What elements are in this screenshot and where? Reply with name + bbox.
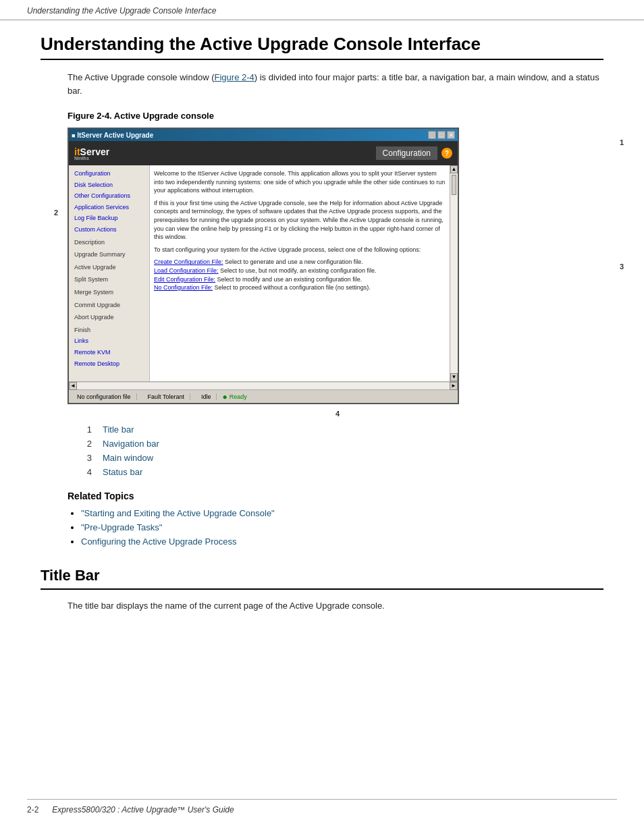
related-link-1[interactable]: "Starting and Exiting the Active Upgrade…	[81, 508, 275, 518]
related-link-3[interactable]: Configuring the Active Upgrade Process	[81, 536, 237, 547]
console-hscrollbar[interactable]: ◄ ►	[69, 381, 458, 389]
nav-item-remote-desktop[interactable]: Remote Desktop	[69, 358, 149, 370]
console-p2: If this is your first time using the Act…	[154, 199, 446, 242]
scroll-up-btn[interactable]: ▲	[450, 165, 458, 173]
minimize-button[interactable]: _	[428, 131, 436, 139]
edit-config-link[interactable]: Edit Configuration File:	[154, 276, 215, 283]
console-window: ■ ItServer Active Upgrade _ □ ✕ itServer…	[68, 128, 459, 404]
scroll-left-btn[interactable]: ◄	[69, 382, 77, 390]
main-heading: Understanding the Active Upgrade Console…	[41, 34, 603, 60]
nav-item-links[interactable]: Links	[69, 335, 149, 347]
legend-list: 1 Title bar 2 Navigation bar 3 Main wind…	[81, 424, 603, 477]
console-p3: To start configuring your system for the…	[154, 246, 446, 254]
nav-item-abort-upgrade[interactable]: Abort Upgrade	[69, 312, 149, 323]
legend-link-3[interactable]: Main window	[103, 453, 153, 463]
legend-item-1: 1 Title bar	[81, 424, 603, 435]
load-config-link[interactable]: Load Configuration File:	[154, 267, 219, 274]
related-topics-heading: Related Topics	[68, 491, 603, 501]
related-link-2[interactable]: "Pre-Upgrade Tasks"	[81, 522, 162, 532]
close-button[interactable]: ✕	[447, 131, 455, 139]
related-topics: Related Topics "Starting and Exiting the…	[41, 491, 603, 547]
annotation-4: 4	[336, 410, 340, 418]
page-container: Understanding the Active Upgrade Console…	[0, 0, 644, 828]
intro-text: The Active Upgrade console window (Figur…	[68, 71, 603, 97]
related-topic-3: Configuring the Active Upgrade Process	[81, 536, 603, 547]
status-config: No configuration file	[72, 393, 137, 400]
title-bar-section-heading: Title Bar	[41, 567, 603, 590]
scroll-down-btn[interactable]: ▼	[450, 373, 458, 381]
console-links: Create Configuration File: Select to gen…	[154, 258, 446, 292]
annotation-3: 3	[620, 263, 624, 271]
nav-item-description[interactable]: Description	[69, 237, 149, 248]
scroll-track	[450, 173, 458, 373]
create-config-link[interactable]: Create Configuration File:	[154, 258, 223, 265]
nav-item-other-configurations[interactable]: Other Configurations	[69, 190, 149, 202]
footer-page-number: 2-2	[27, 805, 38, 815]
legend-item-3: 3 Main window	[81, 453, 603, 463]
nav-item-commit-upgrade[interactable]: Commit Upgrade	[69, 300, 149, 311]
nav-item-split-system[interactable]: Split System	[69, 274, 149, 285]
console-logo: itServer Ninths	[74, 146, 109, 161]
related-topic-1: "Starting and Exiting the Active Upgrade…	[81, 508, 603, 518]
hscroll-track	[77, 383, 450, 389]
legend-link-4[interactable]: Status bar	[103, 467, 142, 477]
nav-item-merge-system[interactable]: Merge System	[69, 287, 149, 298]
console-nav: Configuration Disk Selection Other Confi…	[69, 165, 150, 381]
figure-wrapper: ■ ItServer Active Upgrade _ □ ✕ itServer…	[68, 128, 603, 404]
console-p1: Welcome to the ItServer Active Upgrade c…	[154, 169, 446, 195]
scroll-right-btn[interactable]: ►	[450, 382, 458, 390]
breadcrumb-bar: Understanding the Active Upgrade Console…	[0, 0, 644, 20]
status-idle: Idle	[196, 393, 217, 400]
nav-item-active-upgrade[interactable]: Active Upgrade	[69, 262, 149, 273]
nav-item-application-services[interactable]: Application Services	[69, 202, 149, 213]
annotation-2: 2	[54, 209, 58, 217]
console-statusbar: No configuration file Fault Tolerant Idl…	[69, 389, 458, 403]
legend-link-1[interactable]: Title bar	[103, 424, 134, 435]
scroll-thumb[interactable]	[452, 175, 456, 195]
console-window-controls: _ □ ✕	[428, 131, 455, 139]
title-bar-text: The title bar displays the name of the c…	[68, 599, 603, 613]
console-title-text: ■ ItServer Active Upgrade	[72, 132, 153, 139]
page-footer: 2-2 Express5800/320 : Active Upgrade™ Us…	[27, 799, 617, 815]
legend-link-2[interactable]: Navigation bar	[103, 439, 159, 449]
nav-item-remote-kvm[interactable]: Remote KVM	[69, 347, 149, 358]
content: Understanding the Active Upgrade Console…	[0, 20, 644, 653]
nav-item-configuration[interactable]: Configuration	[69, 168, 149, 180]
nav-item-disk-selection[interactable]: Disk Selection	[69, 180, 149, 191]
legend-item-4: 4 Status bar	[81, 467, 603, 477]
nav-item-log-file-backup[interactable]: Log File Backup	[69, 213, 149, 224]
console-titlebar: ■ ItServer Active Upgrade _ □ ✕	[69, 129, 458, 141]
figure-label: Figure 2-4. Active Upgrade console	[68, 111, 603, 121]
console-page-title: Configuration	[376, 146, 437, 160]
status-ready: ● Ready	[222, 392, 246, 402]
no-config-link[interactable]: No Configuration File:	[154, 284, 213, 291]
legend-num-1: 1	[81, 424, 92, 435]
help-button[interactable]: ?	[441, 148, 452, 159]
footer-title: Express5800/320 : Active Upgrade™ User's…	[52, 805, 234, 815]
nav-item-finish[interactable]: Finish	[69, 325, 149, 336]
console-body: Configuration Disk Selection Other Confi…	[69, 165, 458, 381]
legend-num-3: 3	[81, 453, 92, 463]
breadcrumb: Understanding the Active Upgrade Console…	[27, 6, 216, 16]
legend-num-2: 2	[81, 439, 92, 449]
nav-item-custom-actions[interactable]: Custom Actions	[69, 224, 149, 236]
nav-item-upgrade-summary[interactable]: Upgrade Summary	[69, 249, 149, 260]
console-main-area: Welcome to the ItServer Active Upgrade c…	[150, 165, 450, 381]
maximize-button[interactable]: □	[437, 131, 446, 139]
console-header-right: Configuration ?	[376, 146, 452, 160]
console-right-scrollbar[interactable]: ▲ ▼	[450, 165, 458, 381]
status-fault: Fault Tolerant	[142, 393, 190, 400]
legend-num-4: 4	[81, 467, 92, 477]
annotation-1: 1	[620, 138, 624, 146]
related-topic-2: "Pre-Upgrade Tasks"	[81, 522, 603, 532]
legend-item-2: 2 Navigation bar	[81, 439, 603, 449]
console-header: itServer Ninths Configuration ?	[69, 141, 458, 165]
related-topics-list: "Starting and Exiting the Active Upgrade…	[81, 508, 603, 547]
figure-link[interactable]: Figure 2-4	[215, 72, 254, 82]
